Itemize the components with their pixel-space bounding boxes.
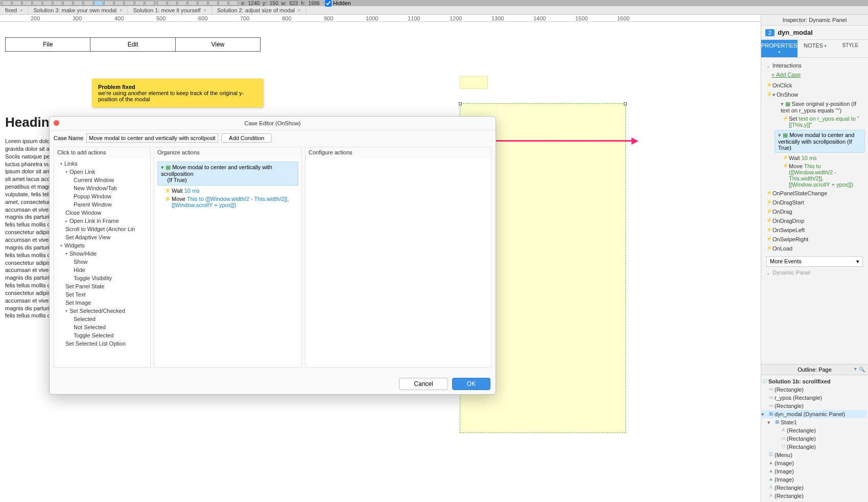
organize-action-move[interactable]: ⚡ Move This to ([[Window.width/2 - This.… [157, 195, 298, 209]
tree-not-selected[interactable]: Not Selected [56, 323, 148, 331]
toolbar-icon[interactable] [84, 1, 93, 6]
outline-row[interactable]: ▲(Image) [762, 467, 867, 475]
toolbar-icon[interactable] [125, 1, 134, 6]
outline-row[interactable]: ▭r_ypos (Rectangle) [762, 394, 867, 402]
hidden-checkbox[interactable]: Hidden [325, 0, 351, 7]
tree-open-link[interactable]: Open Link [56, 168, 148, 176]
case-move-modal[interactable]: ▾ ▦ Move modal to center and vertically … [775, 130, 865, 153]
tree-set-adaptive[interactable]: Set Adaptive View [56, 233, 148, 241]
tree-set-image[interactable]: Set Image [56, 299, 148, 307]
tab-properties[interactable]: PROPERTIES • [761, 40, 797, 57]
resize-handle[interactable] [459, 102, 462, 105]
event-onshow[interactable]: ⚡▾OnShow [763, 90, 866, 100]
actions-tree[interactable]: Links Open Link Current Window New Windo… [54, 158, 150, 367]
menu-view[interactable]: View [176, 38, 260, 51]
menu-file[interactable]: File [6, 38, 90, 51]
tree-toggle-vis[interactable]: Toggle Visibility [56, 274, 148, 282]
outline-row[interactable]: ▾▦State1 [762, 418, 867, 426]
toolbar-icon[interactable] [135, 1, 144, 6]
toolbar-icon[interactable] [198, 1, 207, 6]
event-ondrag[interactable]: ⚡OnDrag [763, 207, 866, 216]
more-events-select[interactable]: More Events▾ [766, 256, 863, 267]
tree-open-link-frame[interactable]: Open Link in Frame [56, 217, 148, 225]
close-icon[interactable] [54, 120, 59, 126]
outline-row[interactable]: ▲(Image) [762, 459, 867, 467]
close-icon[interactable]: × [298, 8, 300, 13]
close-icon[interactable]: × [120, 8, 122, 13]
close-icon[interactable]: × [20, 8, 22, 13]
outline-row[interactable]: A(Rectangle) [762, 492, 867, 500]
action-set-text[interactable]: ⚡Set text on r_ypos equal to "[[This.y]]… [763, 115, 866, 129]
tree-links[interactable]: Links [56, 159, 148, 168]
page-tab[interactable]: Solution 2: adjust size of modal× [212, 6, 307, 14]
toolbar-icon[interactable] [2, 1, 11, 6]
search-icon[interactable]: 🔍 [859, 367, 865, 372]
event-onswipeleft[interactable]: ⚡OnSwipeLeft [763, 225, 866, 235]
tree-scroll-to-widget[interactable]: Scroll to Widget (Anchor Lin [56, 225, 148, 233]
tree-set-selected-list[interactable]: Set Selected List Option [56, 339, 148, 348]
toolbar-icon[interactable] [208, 1, 218, 6]
tree-set-panel-state[interactable]: Set Panel State [56, 282, 148, 290]
toolbar-icon[interactable] [33, 1, 42, 6]
tree-popup-window[interactable]: Popup Window [56, 192, 148, 200]
event-onpanelstate[interactable]: ⚡OnPanelStateChange [763, 189, 866, 198]
widget-name[interactable]: dyn_modal [778, 29, 813, 36]
case-name-input[interactable] [86, 133, 218, 143]
tree-selected[interactable]: Selected [56, 315, 148, 323]
tab-notes[interactable]: NOTES • [797, 40, 833, 57]
toolbar-icon[interactable] [94, 1, 103, 6]
add-condition-button[interactable]: Add Condition [221, 133, 272, 143]
event-ondragstart[interactable]: ⚡OnDragStart [763, 198, 866, 207]
toolbar-icon[interactable] [43, 1, 52, 6]
toolbar-icon[interactable] [22, 1, 32, 6]
case-save-ypos[interactable]: ▾ ▦ Save original y-position (If text on… [763, 100, 866, 115]
outline-row[interactable]: ⎕(Rectangle) [762, 443, 867, 451]
outline-row[interactable]: ▭(Rectangle) [762, 402, 867, 410]
outline-row[interactable]: ☰(Menu) [762, 451, 867, 459]
cancel-button[interactable]: Cancel [399, 378, 448, 390]
toolbar-icon[interactable] [63, 1, 73, 6]
toolbar-icon[interactable] [157, 1, 167, 6]
interactions-section[interactable]: ⌄Interactions [763, 61, 866, 70]
page-tab[interactable]: Solution 1: move it yourself× [128, 6, 212, 14]
outline-row[interactable]: ▭(Rectangle) [762, 385, 867, 394]
r-ypos-widget[interactable] [460, 76, 488, 89]
event-onclick[interactable]: ⚡OnClick [763, 81, 866, 90]
toolbar-icon[interactable] [168, 1, 177, 6]
filter-icon[interactable]: ▼ [853, 367, 858, 372]
close-icon[interactable]: × [204, 8, 206, 13]
tree-show[interactable]: Show [56, 258, 148, 266]
outline-row[interactable]: ▲(Image) [762, 475, 867, 484]
toolbar-icon[interactable] [229, 1, 238, 6]
toolbar-icon[interactable] [104, 1, 113, 6]
tree-current-window[interactable]: Current Window [56, 176, 148, 184]
event-ondragdrop[interactable]: ⚡OnDragDrop [763, 216, 866, 225]
toolbar-icon[interactable] [188, 1, 197, 6]
tree-show-hide[interactable]: Show/Hide [56, 249, 148, 258]
page-tab[interactable]: fixed× [0, 6, 29, 14]
canvas[interactable]: 2003004005006007008009001000110012001300… [0, 15, 761, 502]
toolbar-icon[interactable] [178, 1, 187, 6]
outline-row[interactable]: A(Rectangle) [762, 484, 867, 492]
toolbar-icon[interactable] [219, 1, 228, 6]
dynamic-panel-section[interactable]: ⌄Dynamic Panel [763, 268, 866, 277]
event-onswiperight[interactable]: ⚡OnSwipeRight [763, 235, 866, 244]
outline-page[interactable]: ▢Solution 1b: scrollfixed [762, 377, 867, 385]
toolbar-icon[interactable] [53, 1, 62, 6]
tree-widgets[interactable]: Widgets [56, 241, 148, 249]
organize-case[interactable]: ▾ ▦ Move modal to center and vertically … [157, 162, 298, 186]
ok-button[interactable]: OK [452, 378, 490, 390]
tree-set-text[interactable]: Set Text [56, 290, 148, 299]
hidden-checkbox-input[interactable] [325, 0, 332, 7]
tree-hide[interactable]: Hide [56, 266, 148, 274]
toolbar-icon[interactable] [145, 1, 154, 6]
outline-row[interactable]: A(Rectangle) [762, 426, 867, 435]
event-onload[interactable]: ⚡OnLoad [763, 244, 866, 253]
toolbar-icon[interactable] [12, 1, 21, 6]
tree-new-window[interactable]: New Window/Tab [56, 184, 148, 192]
outline-row[interactable]: ▾▦dyn_modal (Dynamic Panel) [762, 410, 867, 418]
action-wait[interactable]: ⚡Wait 10 ms [763, 154, 866, 162]
menu-edit[interactable]: Edit [90, 38, 175, 51]
toolbar-icon[interactable] [74, 1, 83, 6]
tree-parent-window[interactable]: Parent Window [56, 200, 148, 209]
